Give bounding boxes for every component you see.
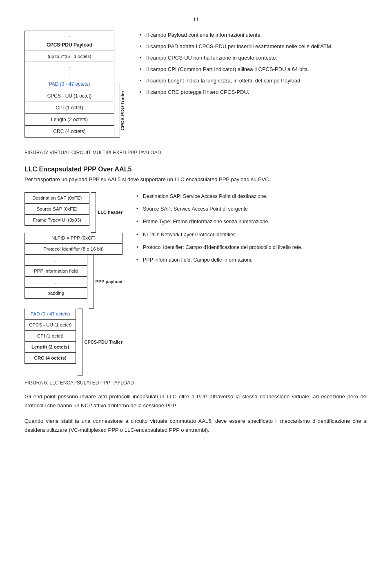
cpcs-pdu-diagram: . CPCS-PDU Payload (up to 2^16 - 1 octet… [24, 31, 114, 138]
pad-row: PAD (0 - 47 octets) [25, 78, 114, 90]
mid-dots2: . [25, 70, 114, 78]
section-intro: Per trasportare un payload PPP su AAL5 s… [24, 175, 368, 184]
protocol-id-row: Protocol Identifier (8 o 16 bit) [24, 244, 122, 255]
crc2-row: CRC (4 octets) [24, 353, 76, 364]
crc-row: CRC (4 octets) [25, 126, 114, 137]
ppp-rows-box: . PPP information field . padding [24, 255, 87, 309]
cpcs-trailer-label2: CPCS-PDU Trailer [82, 340, 122, 344]
bullet-6: Il campo CRC protegge l'intero CPCS-PDU. [138, 88, 368, 97]
page-number: 11 [24, 16, 368, 22]
figure5-caption: FIGURA 5: VIRTUAL CIRCUIT MULTIPLEXED PP… [24, 150, 368, 155]
ppp-dots2: . [24, 277, 87, 288]
length2-row: Length (2 octets) [24, 342, 76, 353]
bullet-2: Il campo PAD adatta i CPCS-PDU per inser… [138, 42, 368, 51]
bottom-section: Destination SAP (0xFE) Source SAP (0xFE)… [24, 192, 368, 376]
trailer-bracket: CPCS-PDU Trailer [114, 84, 126, 138]
figure6-diagram: Destination SAP (0xFE) Source SAP (0xFE)… [24, 192, 122, 376]
ppp-payload-label: PPP payload [94, 279, 122, 284]
bottom-bullet-4: NLPID: Network Layer Protocol Identifier… [135, 231, 368, 239]
mid-dots1: . [25, 62, 114, 70]
pad2-row: PAD (0 - 47 octets) [24, 309, 76, 320]
bottom-bullet-3: Frame Type: Frame d'informazione senza n… [135, 218, 368, 226]
bottom-bullet-1: Destination SAP: Service Access Point di… [135, 192, 368, 201]
llc-header-label: LLC header [96, 210, 122, 215]
frame-type-row: Frame Type= UI (0x03) [24, 215, 89, 226]
figure5-diagram: . CPCS-PDU Payload (up to 2^16 - 1 octet… [24, 31, 126, 138]
cpcs-uu2-row: CPCS - UU (1 octet) [24, 320, 76, 331]
cpcs-trailer-group2: PAD (0 - 47 octets) CPCS - UU (1 octet) … [24, 309, 122, 376]
cpi-row: CPI (1 octet) [25, 102, 114, 114]
ppp-dots1: . [24, 255, 87, 266]
llc-rows-box: Destination SAP (0xFE) Source SAP (0xFE)… [24, 192, 89, 233]
dest-sap-row: Destination SAP (0xFE) [24, 192, 89, 204]
top-section: . CPCS-PDU Payload (up to 2^16 - 1 octet… [24, 31, 368, 138]
payload-size: (up to 2^16 - 1 octets) [25, 51, 114, 62]
ppp-info-row: PPP information field [24, 266, 87, 277]
cpi2-row: CPI (1 octet) [24, 331, 76, 342]
bullet-3: Il campo CPCS-UU non ha funzione in ques… [138, 53, 368, 62]
bullet-4: Il campo CPI (Common Part Indicator) all… [138, 65, 368, 74]
llc-ppp-diagram: Destination SAP (0xFE) Source SAP (0xFE)… [24, 192, 122, 376]
section-title: LLC Encapsulated PPP Over AAL5 [24, 166, 368, 173]
cpcs-uu-row: CPCS - UU (1 octet) [25, 90, 114, 102]
cpcs-trailer-label: CPCS-PDU Trailer [120, 91, 126, 131]
paragraph-1: Gli end-point possono inviare altri prot… [24, 392, 368, 410]
src-sap-row: Source SAP (0xFE) [24, 204, 89, 215]
paragraph-2: Quando viene stabilita una connessione a… [24, 417, 368, 435]
ppp-label-bracket: PPP payload [87, 255, 122, 309]
ppp-payload-group: . PPP information field . padding PPP pa… [24, 255, 122, 309]
bottom-bullets-list: Destination SAP: Service Access Point di… [135, 192, 368, 269]
figure6-caption: FIGURA 6: LLC ENCAPSULATED PPP PAYLOAD [24, 380, 368, 386]
padding-row: padding [24, 288, 87, 299]
top-bullets-list: Il campo Payload contiene le informazion… [138, 31, 368, 100]
trailer-bracket-group: CPCS-PDU Trailer [114, 31, 126, 138]
llc-label-bracket: LLC header [89, 192, 122, 233]
bottom-bullet-5: Protocol Identifier: Campo d'identificaz… [135, 243, 368, 252]
length-row: Length (2 octets) [25, 114, 114, 126]
bottom-bullet-6: PPP information field: Campo delle infor… [135, 256, 368, 264]
llc-header-group: Destination SAP (0xFE) Source SAP (0xFE)… [24, 192, 122, 233]
payload-label: CPCS-PDU Payload [25, 39, 114, 51]
top-dots: . [25, 31, 114, 39]
bottom-bullet-2: Source SAP: Service Access Point di sorg… [135, 205, 368, 213]
bullet-1: Il campo Payload contiene le informazion… [138, 31, 368, 40]
bullet-5: Il campo Lenght indica la lunghezza, in … [138, 76, 368, 85]
cpcs-rows-box: PAD (0 - 47 octets) CPCS - UU (1 octet) … [24, 309, 76, 376]
cpcs-trailer-label-bracket2: CPCS-PDU Trailer [76, 309, 122, 376]
nlpid-row: NLPID = PPP (0xCF) [24, 233, 122, 244]
